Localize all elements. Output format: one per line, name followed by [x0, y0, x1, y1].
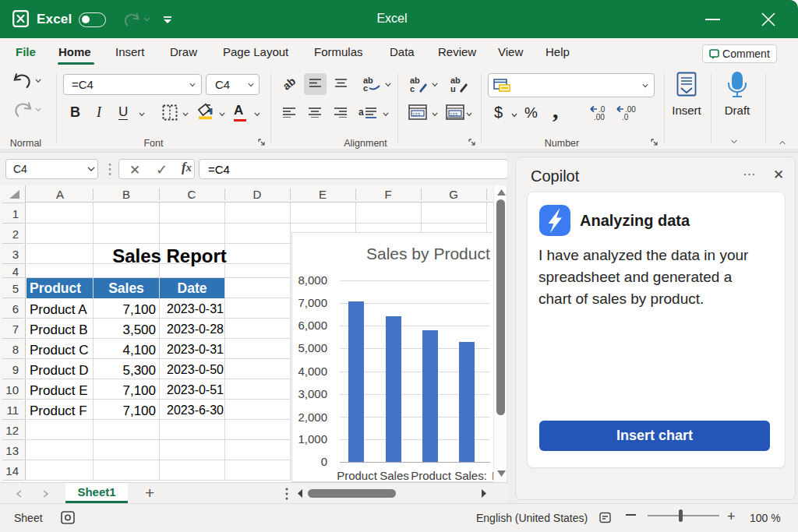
svg-text:u: u	[450, 84, 456, 93]
svg-text:.00: .00	[594, 113, 605, 121]
svg-text:c: c	[410, 84, 415, 93]
svg-text:a: a	[358, 107, 364, 118]
svg-text:.0: .0	[622, 113, 629, 121]
svg-text:ab: ab	[282, 76, 296, 91]
svg-text:c: c	[363, 83, 368, 92]
svg-text:123: 123	[450, 112, 458, 117]
svg-text:123: 123	[412, 112, 421, 117]
